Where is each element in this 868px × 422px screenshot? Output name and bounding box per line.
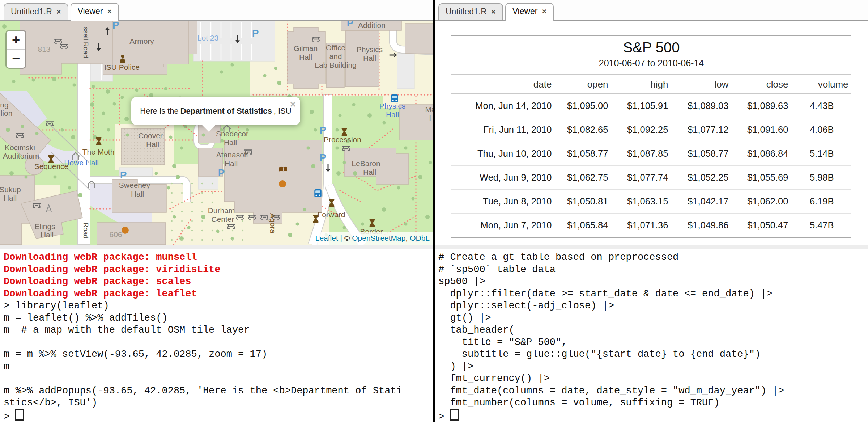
close-icon[interactable]: × xyxy=(542,8,547,16)
table-cell: $1,062.00 xyxy=(731,190,791,214)
table-cell: $1,049.86 xyxy=(671,214,731,238)
map-label: lion xyxy=(1,109,13,117)
tab-untitled1[interactable]: Untitled1.R × xyxy=(4,3,68,20)
tab-untitled1[interactable]: Untitled1.R × xyxy=(438,3,503,20)
table-cell: 6.19B xyxy=(791,190,851,214)
console-line: fmt_date(columns = date, date_style = "w… xyxy=(438,385,868,397)
column-header-open: open xyxy=(554,75,611,94)
viewer-console-divider xyxy=(0,245,433,249)
map-label: Office xyxy=(326,43,345,52)
column-header-low: low xyxy=(671,75,731,94)
table-cell: $1,087.85 xyxy=(611,142,671,166)
column-header-high: high xyxy=(611,75,671,94)
popup-text-suffix: , ISU xyxy=(274,106,292,116)
right-tabbar: Untitled1.R × Viewer × xyxy=(435,0,868,21)
table-row: Tue, Jun 8, 2010$1,050.81$1,063.15$1,042… xyxy=(451,190,851,214)
zoom-out-button[interactable]: − xyxy=(7,49,25,68)
table-row: Thu, Jun 10, 2010$1,058.77$1,087.85$1,05… xyxy=(451,142,851,166)
tab-label: Untitled1.R xyxy=(446,7,487,17)
table-cell: $1,077.12 xyxy=(671,118,731,142)
odbl-link[interactable]: ODbL xyxy=(410,234,430,242)
map-label: Procession xyxy=(324,135,361,144)
map-label: Coover xyxy=(138,131,163,140)
close-icon[interactable]: × xyxy=(56,8,61,16)
console-line: # Create a gt table based on preprocesse… xyxy=(438,252,868,264)
map-label: 606 xyxy=(109,230,122,239)
leaflet-link[interactable]: Leaflet xyxy=(315,234,338,242)
tab-label: Viewer xyxy=(78,7,103,16)
console-line: > xyxy=(438,409,868,422)
table-row: Fri, Jun 11, 2010$1,082.65$1,092.25$1,07… xyxy=(451,118,851,142)
console-line: Downloading webR package: viridisLite xyxy=(4,264,433,276)
map-label: P xyxy=(320,125,327,136)
console-line: subtitle = glue::glue("{start_date} to {… xyxy=(438,349,868,361)
column-header-date: date xyxy=(451,75,554,94)
dot-icon xyxy=(122,227,129,234)
table-cell: $1,105.91 xyxy=(611,94,671,118)
left-console[interactable]: Downloading webR package: munsellDownloa… xyxy=(0,249,433,422)
table-title: S&P 500 xyxy=(451,35,851,57)
right-console-lines: # Create a gt table based on preprocesse… xyxy=(438,252,868,421)
map-label: and xyxy=(329,52,342,60)
tab-viewer[interactable]: Viewer × xyxy=(71,3,119,21)
table-cell: 5.98B xyxy=(791,166,851,190)
console-line: dplyr::filter(date >= start_date & date … xyxy=(438,288,868,300)
console-line: Downloading webR package: leaflet xyxy=(4,288,433,300)
map-label: Hall xyxy=(41,231,54,239)
close-icon[interactable]: × xyxy=(491,8,496,16)
map-label: Gilman xyxy=(294,44,318,52)
map-label: Agora xyxy=(269,213,277,233)
table-cell: $1,050.81 xyxy=(554,190,611,214)
map-label: Hall xyxy=(4,194,17,202)
map-label: Howe Hall xyxy=(64,159,99,167)
map-label: Durham xyxy=(208,206,235,215)
map-label: ng xyxy=(0,101,8,109)
table-cell: Thu, Jun 10, 2010 xyxy=(451,142,554,166)
table-cell: $1,089.03 xyxy=(671,94,731,118)
map-label: Auditorium xyxy=(3,152,39,160)
console-line: dplyr::select(-adj_close) |> xyxy=(438,300,868,312)
table-subtitle: 2010-06-07 to 2010-06-14 xyxy=(451,56,851,75)
tab-viewer[interactable]: Viewer × xyxy=(505,3,554,21)
app-window: Untitled1.R × Viewer × xyxy=(0,0,868,422)
console-cursor[interactable] xyxy=(450,409,459,421)
book-icon xyxy=(279,167,287,172)
popup-text-bold: Department of Statistics xyxy=(180,106,272,116)
map-label: Hall xyxy=(363,54,376,62)
map-label: Hall xyxy=(146,140,159,148)
close-icon[interactable]: × xyxy=(107,8,112,16)
openstreetmap-link[interactable]: OpenStreetMap xyxy=(352,234,405,242)
console-cursor[interactable] xyxy=(15,409,24,421)
console-line: # `sp500` table data xyxy=(438,264,868,276)
table-row: Wed, Jun 9, 2010$1,062.75$1,077.74$1,052… xyxy=(451,166,851,190)
table-cell: 5.47B xyxy=(791,214,851,238)
console-line: > library(leaflet) xyxy=(4,300,433,312)
map-zoom-control: + − xyxy=(5,30,26,69)
map-label: Lab Building xyxy=(315,61,357,69)
dot-icon xyxy=(279,180,286,187)
console-line: fmt_currency() |> xyxy=(438,373,868,385)
map-label: Hall xyxy=(386,110,399,119)
zoom-in-button[interactable]: + xyxy=(7,31,25,49)
console-line: m xyxy=(4,361,433,373)
map-tiles: 813ssell RoadArmoryISU PoliceLot 23PPPAd… xyxy=(0,21,433,245)
tab-label: Viewer xyxy=(512,7,538,16)
right-console[interactable]: # Create a gt table based on preprocesse… xyxy=(435,249,868,422)
sp500-table-body: Mon, Jun 14, 2010$1,095.00$1,105.91$1,08… xyxy=(451,94,851,238)
map-label: Lot 23 xyxy=(197,34,218,42)
table-cell: $1,082.65 xyxy=(554,118,611,142)
table-cell: Wed, Jun 9, 2010 xyxy=(451,166,554,190)
left-console-lines: Downloading webR package: munsellDownloa… xyxy=(4,252,433,421)
table-cell: $1,042.17 xyxy=(671,190,731,214)
popup-close-icon[interactable]: × xyxy=(290,99,296,109)
map-label: ISU Police xyxy=(104,63,140,71)
table-cell: $1,058.77 xyxy=(671,142,731,166)
table-cell: $1,055.69 xyxy=(731,166,791,190)
map-label: P xyxy=(112,21,119,31)
map-label: Addition xyxy=(358,21,386,29)
table-cell: Tue, Jun 8, 2010 xyxy=(451,190,554,214)
map-label: Sukup xyxy=(0,185,21,194)
leaflet-map[interactable]: 813ssell RoadArmoryISU PoliceLot 23PPPAd… xyxy=(0,21,433,245)
console-line: m # a map with the default OSM tile laye… xyxy=(4,324,433,337)
map-label: P xyxy=(252,28,259,39)
